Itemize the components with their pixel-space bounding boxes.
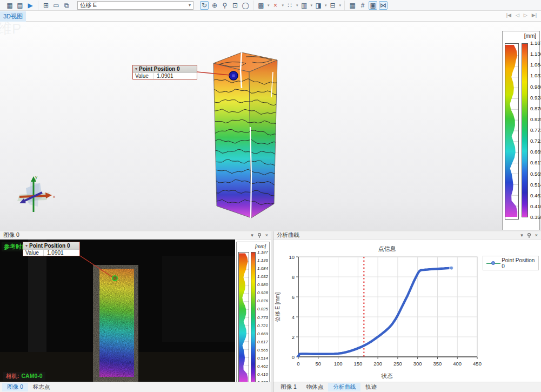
collapse-panels-icon[interactable]: ⋈	[379, 1, 388, 10]
fit-all-caret-icon[interactable]: ▾	[268, 3, 270, 8]
curve-panel-header: 分析曲线 ▾ ×	[273, 231, 541, 240]
panel-menu-icon[interactable]: ▾	[251, 232, 253, 238]
colorbar-label: 0.565	[530, 171, 541, 177]
tab-标志点[interactable]: 标志点	[28, 383, 55, 391]
camera-view-icon[interactable]: ◨	[314, 1, 323, 10]
colorbar-image[interactable]: [mm] 1.1871.1361.0841.0320.9800.9280.876…	[236, 242, 270, 386]
camera-view-caret-icon[interactable]: ▾	[325, 3, 327, 8]
colorbar-label: 0.980	[257, 282, 270, 287]
colorbar-label: 0.773	[530, 128, 541, 133]
main-toolbar: ▦▤▶⊞▭⧉ 位移 E ▾ ↻⊕⚲⊡◯▩▾×▾∷▾▥▾◨▾⊟▾▦#▣⋈	[0, 0, 541, 11]
x-tick-label: 50	[315, 361, 321, 367]
close-icon[interactable]: ×	[265, 232, 268, 238]
chart-legend[interactable]: Point Position 0	[483, 256, 539, 270]
curve-panel-tabs: 图像 1物体点分析曲线轨迹	[273, 382, 541, 392]
colorbar-label: 0.876	[530, 106, 541, 111]
lasso-select-icon[interactable]: ◯	[241, 1, 250, 10]
select-points-icon[interactable]: ∷	[285, 1, 294, 10]
edit-element-icon[interactable]: ▭	[52, 1, 61, 10]
annotation-value: 1.0901	[44, 250, 79, 256]
chart-x-axis-label: 状态	[328, 373, 446, 380]
point-annotation-image[interactable]: ▾ Point Position 0 Value 1.0901	[23, 242, 80, 256]
copy-element-icon[interactable]: ⧉	[62, 1, 71, 10]
curve-panel: 分析曲线 ▾ × 点信息 位移 E [mm] 状态 05010015020025…	[273, 231, 541, 392]
project-grid-icon[interactable]: ▦	[5, 1, 14, 10]
axis-gizmo-icon[interactable]: x y	[14, 173, 56, 218]
last-stage-icon[interactable]: ▶|	[532, 12, 537, 18]
tab-3d-view[interactable]: 3D视图	[0, 11, 26, 22]
chart-title: 点信息	[273, 245, 500, 253]
tab-分析曲线[interactable]: 分析曲线	[328, 383, 360, 391]
3d-viewport[interactable]: 维P x y	[0, 22, 541, 230]
colorbar-labels: 1.1871.1361.0841.0320.9800.9280.8760.825…	[257, 250, 270, 385]
image-panel: 图像 0 ▾ × 参考时间 ▾ Point Position 0	[0, 231, 271, 392]
camera-image[interactable]: 参考时间 ▾ Point Position 0 Value 1.0901 相机:…	[0, 240, 235, 382]
next-stage-icon[interactable]: ▷	[524, 12, 527, 18]
first-stage-icon[interactable]: |◀	[506, 12, 511, 18]
image-overlay-icon[interactable]: ▣	[369, 1, 377, 10]
tab-轨迹[interactable]: 轨迹	[360, 383, 382, 391]
speckle-texture	[93, 265, 138, 382]
select-points-caret-icon[interactable]: ▾	[296, 3, 298, 8]
y-tick-label: 0	[292, 354, 295, 360]
colorbar-3d[interactable]: [mm] 1.1871.1361.0841.0320.9800.9280.876…	[502, 31, 540, 230]
layers-icon[interactable]: ⊟	[329, 1, 337, 10]
colorbar-label: 0.876	[257, 298, 270, 303]
grid-small-icon[interactable]: ▦	[348, 1, 357, 10]
colorbar-label: 0.669	[530, 149, 541, 155]
annotation-caret-icon[interactable]: ▾	[25, 243, 28, 248]
x-tick-label: 300	[413, 361, 422, 367]
x-tick-label: 400	[453, 361, 462, 367]
colorbar-label: 0.721	[257, 323, 270, 328]
specimen-3d-mesh[interactable]	[208, 46, 284, 225]
colorbar-histogram	[505, 43, 519, 220]
colorbar-label: 1.187	[530, 41, 541, 46]
x-tick-label: 200	[373, 361, 382, 367]
close-icon[interactable]: ×	[535, 232, 538, 238]
tab-图像 0[interactable]: 图像 0	[2, 383, 28, 391]
tab-物体点[interactable]: 物体点	[302, 383, 329, 391]
colorbar-unit: [mm]	[524, 33, 536, 39]
colorbar-label: 0.410	[530, 204, 541, 209]
layout-columns-caret-icon[interactable]: ▾	[311, 3, 313, 8]
result-type-dropdown[interactable]: 位移 E ▾	[77, 1, 193, 10]
panel-menu-icon[interactable]: ▾	[520, 232, 523, 238]
point-annotation-3d[interactable]: ▾ Point Position 0 Value 1.0901	[132, 65, 197, 79]
colorbar-label: 0.928	[257, 290, 270, 295]
layout-columns-icon[interactable]: ▥	[300, 1, 309, 10]
pan-view-icon[interactable]: ⊕	[210, 1, 219, 10]
legend-series-label: Point Position 0	[502, 257, 535, 269]
pin-icon[interactable]	[257, 233, 262, 238]
report-table-icon[interactable]: ▤	[16, 1, 24, 10]
point-marker-image[interactable]	[112, 275, 118, 281]
annotation-title: Point Position 0	[139, 66, 180, 72]
x-tick-label: 350	[433, 361, 442, 367]
background-shadow	[162, 256, 235, 342]
prev-stage-icon[interactable]: ◁	[516, 12, 519, 18]
tab-图像 1[interactable]: 图像 1	[276, 383, 302, 391]
colorbar-label: 0.617	[257, 340, 270, 344]
fit-all-icon[interactable]: ▩	[257, 1, 265, 10]
rotate-view-icon[interactable]: ↻	[200, 1, 209, 10]
chevron-down-icon: ▾	[189, 3, 191, 8]
image-panel-header: 图像 0 ▾ ×	[0, 231, 271, 240]
x-tick-label: 450	[473, 361, 482, 367]
colorbar-labels: 1.1871.1361.0841.0320.9800.9280.8760.825…	[530, 41, 541, 220]
zoom-view-icon[interactable]: ⚲	[221, 1, 229, 10]
delete-selection-caret-icon[interactable]: ▾	[282, 3, 284, 8]
colorbar-label: 1.084	[257, 266, 270, 271]
colorbar-unit: [mm]	[255, 244, 266, 249]
x-tick-label: 150	[353, 361, 362, 367]
add-element-icon[interactable]: ⊞	[42, 1, 50, 10]
image-panel-title: 图像 0	[3, 231, 19, 239]
layers-caret-icon[interactable]: ▾	[339, 3, 342, 8]
play-icon[interactable]: ▶	[26, 1, 35, 10]
colorbar-label: 1.032	[530, 73, 541, 78]
analysis-chart[interactable]: 点信息 位移 E [mm] 状态 05010015020025030035040…	[273, 240, 541, 381]
delete-selection-icon[interactable]: ×	[271, 1, 280, 10]
pin-icon[interactable]	[527, 233, 531, 238]
annotation-caret-icon[interactable]: ▾	[135, 67, 137, 71]
chart-y-axis-label: 位移 E [mm]	[274, 281, 282, 333]
grid-large-icon[interactable]: #	[358, 1, 367, 10]
zoom-fit-icon[interactable]: ⊡	[231, 1, 239, 10]
